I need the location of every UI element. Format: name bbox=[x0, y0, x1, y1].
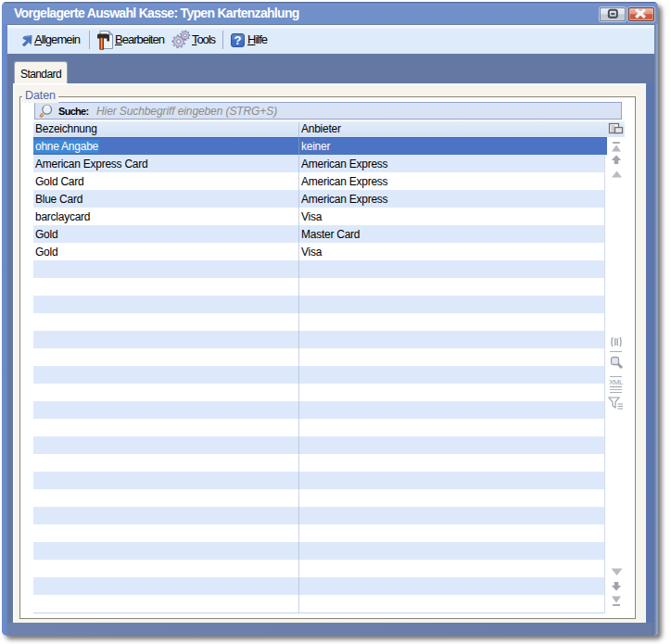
svg-text:?: ? bbox=[234, 33, 242, 47]
